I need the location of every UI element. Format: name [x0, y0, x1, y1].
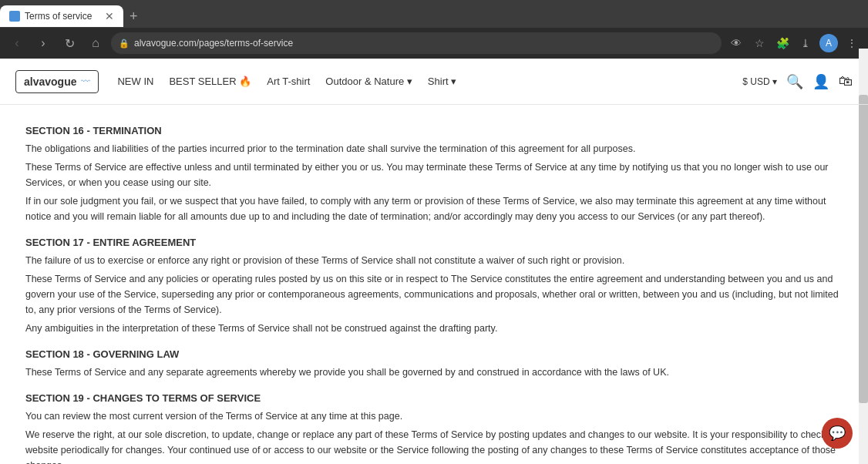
header-actions: $ USD ▾ 🔍 👤 🛍 [742, 73, 853, 90]
browser-action-buttons: 👁 ☆ 🧩 ⤓ A ⋮ [726, 33, 862, 53]
profile-avatar: A [819, 34, 838, 52]
browser-chrome: Terms of service ✕ + ‹ › ↻ ⌂ 🔒 alvavogue… [0, 0, 868, 59]
section-18-block: SECTION 18 - GOVERNING LAW These Terms o… [25, 348, 843, 380]
nav-best-seller[interactable]: BEST SELLER 🔥 [169, 76, 251, 87]
scrollbar-thumb[interactable] [859, 95, 868, 403]
tab-bar: Terms of service ✕ + [0, 0, 868, 28]
section-18-p1: These Terms of Service and any separate … [25, 365, 843, 380]
extensions-icon[interactable]: 🧩 [772, 33, 792, 53]
tab-close-button[interactable]: ✕ [105, 10, 114, 22]
new-tab-button[interactable]: + [123, 8, 144, 25]
section-19-p2: We reserve the right, at our sole discre… [25, 427, 843, 464]
forward-button[interactable]: › [32, 32, 54, 54]
active-tab[interactable]: Terms of service ✕ [0, 5, 123, 27]
section-16-p1: The obligations and liabilities of the p… [25, 141, 843, 156]
svg-rect-0 [11, 12, 19, 20]
bookmark-icon[interactable]: ☆ [749, 33, 769, 53]
lock-icon: 🔒 [119, 39, 130, 49]
tab-favicon [9, 11, 20, 22]
address-bar[interactable]: 🔒 alvavogue.com/pages/terms-of-service [111, 32, 722, 54]
section-19-block: SECTION 19 - CHANGES TO TERMS OF SERVICE… [25, 392, 843, 464]
chat-widget-button[interactable]: 💬 [822, 418, 853, 449]
logo-wave-icon: 〰 [81, 76, 90, 87]
tab-title: Terms of service [25, 11, 100, 22]
nav-outdoor-nature[interactable]: Outdoor & Nature ▾ [325, 76, 412, 87]
logo-text: alvavogue [24, 76, 76, 88]
url-display: alvavogue.com/pages/terms-of-service [134, 38, 714, 49]
main-content: SECTION 16 - TERMINATION The obligations… [10, 105, 858, 464]
section-19-title: SECTION 19 - CHANGES TO TERMS OF SERVICE [25, 392, 843, 404]
nav-new-in[interactable]: NEW IN [117, 76, 153, 87]
cart-icon[interactable]: 🛍 [839, 73, 853, 89]
section-16-p3: If in our sole judgment you fail, or we … [25, 193, 843, 224]
back-button[interactable]: ‹ [6, 32, 28, 54]
section-17-block: SECTION 17 - ENTIRE AGREEMENT The failur… [25, 237, 843, 336]
sync-icon[interactable]: ⤓ [796, 33, 816, 53]
section-17-p1: The failure of us to exercise or enforce… [25, 253, 843, 268]
section-17-p2: These Terms of Service and any policies … [25, 271, 843, 318]
currency-selector[interactable]: $ USD ▾ [742, 76, 777, 87]
search-icon[interactable]: 🔍 [786, 73, 803, 90]
section-18-title: SECTION 18 - GOVERNING LAW [25, 348, 843, 360]
account-icon[interactable]: A [819, 33, 839, 53]
nav-art-tshirt[interactable]: Art T-shirt [267, 76, 310, 87]
section-16-block: SECTION 16 - TERMINATION The obligations… [25, 125, 843, 224]
main-navigation: NEW IN BEST SELLER 🔥 Art T-shirt Outdoor… [117, 76, 724, 87]
eye-slash-icon[interactable]: 👁 [726, 33, 746, 53]
section-16-title: SECTION 16 - TERMINATION [25, 125, 843, 136]
section-16-p2: These Terms of Service are effective unl… [25, 160, 843, 190]
home-button[interactable]: ⌂ [85, 32, 106, 54]
nav-shirt[interactable]: Shirt ▾ [428, 76, 456, 87]
chat-icon: 💬 [829, 425, 846, 442]
scrollbar-track[interactable] [859, 49, 868, 464]
reload-button[interactable]: ↻ [59, 32, 80, 54]
site-header: alvavogue 〰 NEW IN BEST SELLER 🔥 Art T-s… [0, 59, 868, 105]
section-17-p3: Any ambiguities in the interpretation of… [25, 321, 843, 336]
account-icon[interactable]: 👤 [812, 73, 829, 90]
browser-toolbar: ‹ › ↻ ⌂ 🔒 alvavogue.com/pages/terms-of-s… [0, 28, 868, 59]
section-19-p1: You can review the most current version … [25, 409, 843, 424]
site-logo[interactable]: alvavogue 〰 [15, 70, 99, 93]
section-17-title: SECTION 17 - ENTIRE AGREEMENT [25, 237, 843, 248]
